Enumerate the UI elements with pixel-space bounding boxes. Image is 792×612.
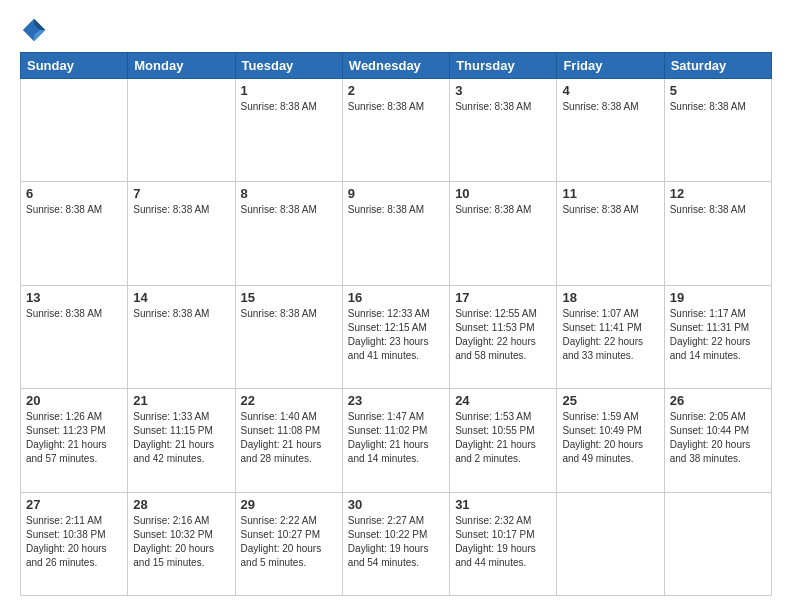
day-info: Sunrise: 2:32 AMSunset: 10:17 PMDaylight…	[455, 514, 551, 570]
day-number: 5	[670, 83, 766, 98]
table-row: 6Sunrise: 8:38 AM	[21, 182, 128, 285]
day-info: Sunrise: 1:26 AMSunset: 11:23 PMDaylight…	[26, 410, 122, 466]
table-row: 13Sunrise: 8:38 AM	[21, 285, 128, 388]
calendar-week-row: 1Sunrise: 8:38 AM2Sunrise: 8:38 AM3Sunri…	[21, 79, 772, 182]
table-row: 11Sunrise: 8:38 AM	[557, 182, 664, 285]
day-info: Sunrise: 8:38 AM	[562, 203, 658, 217]
day-info: Sunrise: 8:38 AM	[133, 307, 229, 321]
col-sunday: Sunday	[21, 53, 128, 79]
day-number: 30	[348, 497, 444, 512]
table-row: 14Sunrise: 8:38 AM	[128, 285, 235, 388]
calendar-week-row: 27Sunrise: 2:11 AMSunset: 10:38 PMDaylig…	[21, 492, 772, 595]
day-number: 15	[241, 290, 337, 305]
day-number: 4	[562, 83, 658, 98]
table-row: 30Sunrise: 2:27 AMSunset: 10:22 PMDaylig…	[342, 492, 449, 595]
day-number: 23	[348, 393, 444, 408]
day-number: 22	[241, 393, 337, 408]
day-info: Sunrise: 8:38 AM	[241, 307, 337, 321]
table-row: 8Sunrise: 8:38 AM	[235, 182, 342, 285]
day-number: 25	[562, 393, 658, 408]
logo-icon	[20, 16, 48, 44]
table-row: 19Sunrise: 1:17 AMSunset: 11:31 PMDaylig…	[664, 285, 771, 388]
table-row: 4Sunrise: 8:38 AM	[557, 79, 664, 182]
col-wednesday: Wednesday	[342, 53, 449, 79]
day-info: Sunrise: 1:59 AMSunset: 10:49 PMDaylight…	[562, 410, 658, 466]
calendar-week-row: 6Sunrise: 8:38 AM7Sunrise: 8:38 AM8Sunri…	[21, 182, 772, 285]
day-number: 14	[133, 290, 229, 305]
day-info: Sunrise: 1:33 AMSunset: 11:15 PMDaylight…	[133, 410, 229, 466]
table-row	[664, 492, 771, 595]
table-row: 10Sunrise: 8:38 AM	[450, 182, 557, 285]
table-row	[21, 79, 128, 182]
day-info: Sunrise: 8:38 AM	[455, 203, 551, 217]
calendar-table: Sunday Monday Tuesday Wednesday Thursday…	[20, 52, 772, 596]
table-row	[557, 492, 664, 595]
table-row: 22Sunrise: 1:40 AMSunset: 11:08 PMDaylig…	[235, 389, 342, 492]
day-info: Sunrise: 1:53 AMSunset: 10:55 PMDaylight…	[455, 410, 551, 466]
day-number: 27	[26, 497, 122, 512]
day-number: 1	[241, 83, 337, 98]
table-row: 24Sunrise: 1:53 AMSunset: 10:55 PMDaylig…	[450, 389, 557, 492]
logo	[20, 16, 52, 44]
col-friday: Friday	[557, 53, 664, 79]
day-info: Sunrise: 8:38 AM	[133, 203, 229, 217]
day-info: Sunrise: 1:40 AMSunset: 11:08 PMDaylight…	[241, 410, 337, 466]
day-info: Sunrise: 8:38 AM	[670, 100, 766, 114]
table-row: 18Sunrise: 1:07 AMSunset: 11:41 PMDaylig…	[557, 285, 664, 388]
table-row: 15Sunrise: 8:38 AM	[235, 285, 342, 388]
table-row: 9Sunrise: 8:38 AM	[342, 182, 449, 285]
day-number: 10	[455, 186, 551, 201]
day-number: 12	[670, 186, 766, 201]
day-number: 2	[348, 83, 444, 98]
table-row: 20Sunrise: 1:26 AMSunset: 11:23 PMDaylig…	[21, 389, 128, 492]
day-info: Sunrise: 2:27 AMSunset: 10:22 PMDaylight…	[348, 514, 444, 570]
day-number: 13	[26, 290, 122, 305]
day-info: Sunrise: 2:05 AMSunset: 10:44 PMDaylight…	[670, 410, 766, 466]
table-row: 7Sunrise: 8:38 AM	[128, 182, 235, 285]
calendar-header-row: Sunday Monday Tuesday Wednesday Thursday…	[21, 53, 772, 79]
day-number: 21	[133, 393, 229, 408]
day-info: Sunrise: 8:38 AM	[670, 203, 766, 217]
day-info: Sunrise: 8:38 AM	[26, 203, 122, 217]
day-info: Sunrise: 8:38 AM	[562, 100, 658, 114]
col-saturday: Saturday	[664, 53, 771, 79]
day-info: Sunrise: 8:38 AM	[455, 100, 551, 114]
calendar-week-row: 13Sunrise: 8:38 AM14Sunrise: 8:38 AM15Su…	[21, 285, 772, 388]
day-info: Sunrise: 1:47 AMSunset: 11:02 PMDaylight…	[348, 410, 444, 466]
day-number: 8	[241, 186, 337, 201]
day-number: 11	[562, 186, 658, 201]
table-row: 27Sunrise: 2:11 AMSunset: 10:38 PMDaylig…	[21, 492, 128, 595]
day-info: Sunrise: 8:38 AM	[348, 203, 444, 217]
calendar-week-row: 20Sunrise: 1:26 AMSunset: 11:23 PMDaylig…	[21, 389, 772, 492]
day-number: 31	[455, 497, 551, 512]
col-tuesday: Tuesday	[235, 53, 342, 79]
day-info: Sunrise: 8:38 AM	[241, 100, 337, 114]
day-number: 26	[670, 393, 766, 408]
day-number: 17	[455, 290, 551, 305]
day-info: Sunrise: 8:38 AM	[348, 100, 444, 114]
header	[20, 16, 772, 44]
day-info: Sunrise: 1:17 AMSunset: 11:31 PMDaylight…	[670, 307, 766, 363]
table-row: 28Sunrise: 2:16 AMSunset: 10:32 PMDaylig…	[128, 492, 235, 595]
day-info: Sunrise: 1:07 AMSunset: 11:41 PMDaylight…	[562, 307, 658, 363]
day-number: 7	[133, 186, 229, 201]
day-number: 20	[26, 393, 122, 408]
table-row: 25Sunrise: 1:59 AMSunset: 10:49 PMDaylig…	[557, 389, 664, 492]
day-info: Sunrise: 8:38 AM	[26, 307, 122, 321]
day-number: 18	[562, 290, 658, 305]
table-row: 17Sunrise: 12:55 AMSunset: 11:53 PMDayli…	[450, 285, 557, 388]
day-info: Sunrise: 2:11 AMSunset: 10:38 PMDaylight…	[26, 514, 122, 570]
day-info: Sunrise: 8:38 AM	[241, 203, 337, 217]
day-number: 29	[241, 497, 337, 512]
day-number: 24	[455, 393, 551, 408]
day-info: Sunrise: 12:55 AMSunset: 11:53 PMDayligh…	[455, 307, 551, 363]
table-row: 2Sunrise: 8:38 AM	[342, 79, 449, 182]
col-thursday: Thursday	[450, 53, 557, 79]
table-row: 12Sunrise: 8:38 AM	[664, 182, 771, 285]
day-number: 6	[26, 186, 122, 201]
table-row: 3Sunrise: 8:38 AM	[450, 79, 557, 182]
table-row: 16Sunrise: 12:33 AMSunset: 12:15 AMDayli…	[342, 285, 449, 388]
table-row: 31Sunrise: 2:32 AMSunset: 10:17 PMDaylig…	[450, 492, 557, 595]
day-number: 9	[348, 186, 444, 201]
day-number: 28	[133, 497, 229, 512]
